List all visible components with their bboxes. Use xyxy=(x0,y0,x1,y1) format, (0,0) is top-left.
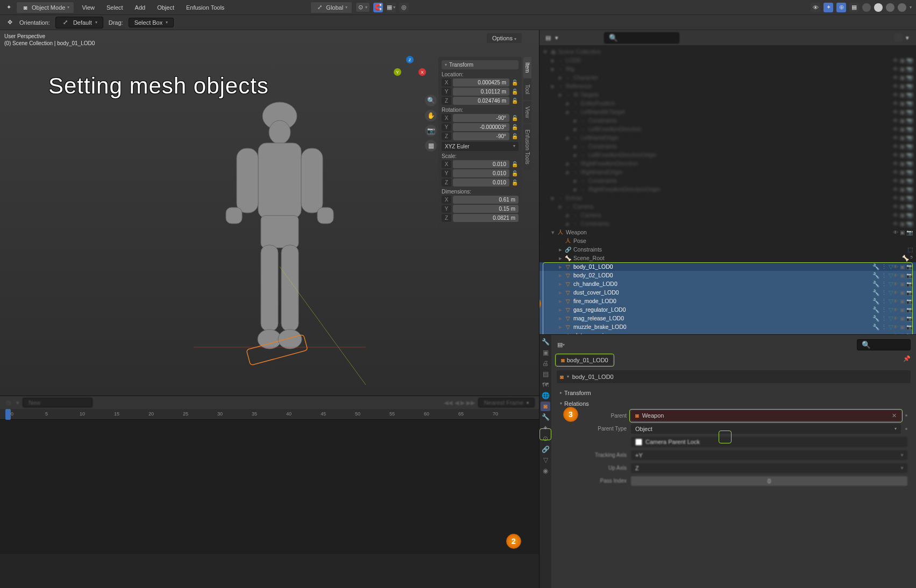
shading-preview[interactable] xyxy=(886,3,894,12)
outliner-row[interactable]: ▾人Weapon👁 ▣ 📷 xyxy=(539,228,916,236)
lock-icon[interactable]: 🔓 xyxy=(511,98,519,104)
outliner-row[interactable]: ▸▽dust_cover_LOD0🔧⋮▽👁 ▣ 📷 xyxy=(539,288,916,297)
outliner-row[interactable]: ▸▫Extras👁 ▣ 📷 xyxy=(539,193,916,202)
display-mode-icon[interactable]: ▾ xyxy=(552,33,561,42)
tab-physics-icon[interactable]: ⊙ xyxy=(541,434,550,443)
section-relations[interactable]: ▾Relations xyxy=(557,398,911,409)
dopesheet-area[interactable]: 2 xyxy=(0,420,539,554)
tab-object-icon[interactable]: ◙ xyxy=(541,401,550,411)
tab-material-icon[interactable]: ◉ xyxy=(541,466,550,476)
anim-dot[interactable] xyxy=(905,414,907,417)
location-x[interactable]: 0.000425 m xyxy=(453,78,509,87)
menu-enfusion[interactable]: Enfusion Tools xyxy=(182,2,229,13)
cursor-tool-icon[interactable]: ✥ xyxy=(5,18,14,27)
orientation-dropdown[interactable]: ⤢ Global ▾ xyxy=(310,2,352,13)
lock-icon[interactable]: 🔓 xyxy=(511,89,519,95)
camera-icon[interactable]: 📷 xyxy=(425,125,437,137)
mode-dropdown[interactable]: ◙ Object Mode ▾ xyxy=(16,2,74,13)
outliner-row[interactable]: ▸▫LeftFreeAimDirection👁 ▣ 📷 xyxy=(539,125,916,133)
checkbox[interactable] xyxy=(635,439,642,446)
outliner-row[interactable]: ▸▽fire_mode_LOD0🔧⋮▽👁 ▣ 📷 xyxy=(539,297,916,305)
filter-icon[interactable] xyxy=(894,33,903,42)
rotation-y[interactable]: -0.000003° xyxy=(453,123,509,131)
tab-data-icon[interactable]: ▽ xyxy=(541,455,550,465)
visibility-icon[interactable]: 👁 xyxy=(811,3,820,12)
lock-icon[interactable]: 🔓 xyxy=(511,80,519,85)
parent-field[interactable]: ◙ Weapon ✕ xyxy=(631,411,901,421)
tab-world-icon[interactable]: 🌐 xyxy=(541,391,550,400)
active-object-pill[interactable]: ◙ body_01_LOD0 xyxy=(557,355,613,365)
outliner-row[interactable]: ▸▫Camera👁 ▣ 📷 xyxy=(539,211,916,219)
tab-constraint-icon[interactable]: 🔗 xyxy=(541,444,550,454)
outliner-row[interactable]: ▸▫RightFreeAimDirectionOrigin👁 ▣ 📷 xyxy=(539,185,916,193)
outliner-row[interactable]: ▸▽muzzle_brake_LOD0🔧⋮▽👁 ▣ 📷 xyxy=(539,322,916,331)
outliner-row[interactable]: ▸▫Camera👁 ▣ 📷 xyxy=(539,202,916,211)
menu-select[interactable]: Select xyxy=(102,2,127,13)
overlay-toggle[interactable]: ⊕ xyxy=(836,3,846,12)
pin-icon[interactable]: 📌 xyxy=(903,355,911,362)
dim-z[interactable]: 0.0821 m xyxy=(453,214,519,222)
tab-viewlayer-icon[interactable]: ▤ xyxy=(541,369,550,379)
section-transform[interactable]: ▸Transform xyxy=(557,388,911,398)
anim-dot[interactable] xyxy=(905,428,907,430)
lock-icon[interactable]: 🔓 xyxy=(511,133,519,139)
tab-view[interactable]: View xyxy=(523,101,531,124)
tab-particle-icon[interactable]: ✦ xyxy=(541,423,550,433)
playhead[interactable] xyxy=(5,409,11,420)
zoom-icon[interactable]: 🔍 xyxy=(425,95,437,106)
playback-controls[interactable]: ◀◀ ◀ ▶ ▶▶ xyxy=(444,399,474,406)
up-axis-field[interactable]: Z▾ xyxy=(631,463,907,473)
tab-enfusion[interactable]: Enfusion Tools xyxy=(523,124,531,170)
editor-type-icon[interactable]: ▤ xyxy=(544,33,552,42)
tab-modifier-icon[interactable]: 🔧 xyxy=(541,412,550,422)
axis-z[interactable]: Z xyxy=(406,56,414,63)
scale-z[interactable]: 0.010 xyxy=(453,178,509,187)
outliner-row[interactable]: ▸▫Constraints👁 ▣ 📷 xyxy=(539,176,916,185)
pass-index-field[interactable]: 0 xyxy=(631,476,907,486)
tab-render-icon[interactable]: ▣ xyxy=(541,348,550,357)
action-dropdown[interactable]: New xyxy=(23,398,93,407)
outliner-row[interactable]: ▸▫LeftHandIKTarget👁 ▣ 📷 xyxy=(539,107,916,116)
menu-view[interactable]: View xyxy=(77,2,99,13)
options-dropdown[interactable]: Options ▾ xyxy=(487,33,522,43)
pivot-dropdown[interactable]: ⊙▾ xyxy=(356,2,370,12)
editor-type-icon[interactable]: ✦ xyxy=(4,3,13,12)
editor-type-icon[interactable]: ◷ xyxy=(4,398,13,407)
rotation-mode-dropdown[interactable]: XYZ Euler▾ xyxy=(442,142,519,151)
outliner-row[interactable]: ▾▣Scene Collection xyxy=(539,47,916,56)
outliner-row[interactable]: 人Pose xyxy=(539,236,916,245)
outliner-row[interactable]: ▸▫LeftFreeAimDirectionOrigin👁 ▣ 📷 xyxy=(539,150,916,159)
lock-icon[interactable]: 🔓 xyxy=(511,161,519,167)
dim-x[interactable]: 0.61 m xyxy=(453,196,519,204)
location-z[interactable]: 0.024746 m xyxy=(453,97,509,105)
outliner-search[interactable] xyxy=(604,32,679,44)
pan-icon[interactable]: ✋ xyxy=(425,110,437,121)
menu-add[interactable]: Add xyxy=(131,2,150,13)
dim-y[interactable]: 0.15 m xyxy=(453,205,519,213)
new-collection-icon[interactable]: ▾ xyxy=(903,33,912,42)
transform-header[interactable]: ▾Transform xyxy=(442,60,519,69)
outliner-row[interactable]: ▸▫RightHandOrigin👁 ▣ 📷 xyxy=(539,168,916,176)
outliner-row[interactable]: ▸▫LeftHandOrigin👁 ▣ 📷 xyxy=(539,133,916,142)
outliner-row[interactable]: ▸▫EntityPosition👁 ▣ 📷 xyxy=(539,99,916,107)
outliner-row[interactable]: ▸🔗Constraints⬚ xyxy=(539,245,916,254)
rotation-z[interactable]: -90° xyxy=(453,132,509,140)
drag-select[interactable]: Select Box ▾ xyxy=(129,18,174,27)
snap-settings[interactable]: ▦▾ xyxy=(386,3,396,12)
outliner-row[interactable]: ▸▫RightFreeAimDirection👁 ▣ 📷 xyxy=(539,159,916,168)
tab-item[interactable]: Item xyxy=(523,57,531,78)
outliner-row[interactable]: ▸▫Constraints👁 ▣ 📷 xyxy=(539,116,916,125)
lock-icon[interactable]: 🔓 xyxy=(511,124,519,130)
camera-parent-lock-check[interactable]: Camera Parent Lock xyxy=(631,437,907,447)
axis-y[interactable]: Y xyxy=(394,68,401,76)
outliner-row[interactable]: ▸▫Reference👁 ▣ 📷 xyxy=(539,82,916,90)
keying-dropdown[interactable]: Nearest Frame▾ xyxy=(478,398,535,407)
outliner-row[interactable]: ▸▫Constraints👁 ▣ 📷 xyxy=(539,219,916,228)
outliner-row[interactable]: ▸▫Rig👁 ▣ 📷 xyxy=(539,64,916,73)
outliner-row[interactable]: ▸▽body_01_LOD0🔧⋮▽👁 ▣ 📷 xyxy=(539,262,916,271)
snap-toggle[interactable]: 🧲 xyxy=(373,3,383,12)
orientation-select[interactable]: ⤢ Default ▾ xyxy=(55,17,103,28)
tab-output-icon[interactable]: 🖨 xyxy=(541,358,550,368)
lock-icon[interactable]: 🔓 xyxy=(511,180,519,185)
timeline-menu[interactable]: ▾ xyxy=(16,399,19,406)
